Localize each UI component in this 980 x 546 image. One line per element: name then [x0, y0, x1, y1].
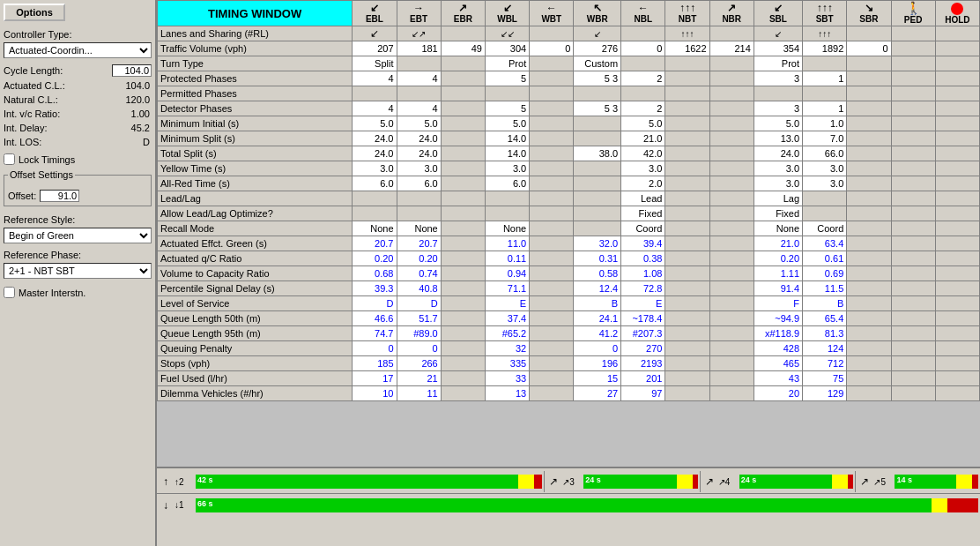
- cell-1-11: 0: [847, 41, 891, 56]
- row-label-13: Recall Mode: [158, 221, 353, 236]
- cell-18-2: [441, 296, 485, 311]
- cell-13-13: [935, 221, 979, 236]
- cell-21-8: [709, 341, 754, 356]
- cell-13-6: Coord: [621, 221, 665, 236]
- timing-table-wrapper[interactable]: TIMING WINDOW ↙EBL →EBT ↗EBR ↙WBL: [157, 0, 980, 467]
- lanes-sharing-label: Lanes and Sharing (#RL): [158, 26, 353, 41]
- cell-7-13: [935, 131, 979, 146]
- cell-9-2: [441, 161, 485, 176]
- phase-track-2: 24 s: [583, 475, 698, 489]
- cell-20-6: #207.3: [621, 326, 665, 341]
- reference-style-dropdown[interactable]: Begin of Green: [4, 228, 152, 243]
- cell-6-8: [709, 116, 754, 131]
- cell-2-1: [397, 56, 441, 71]
- cell-1-9: 354: [754, 41, 802, 56]
- natural-cl-label: Natural C.L.:: [4, 94, 58, 105]
- cycle-length-input[interactable]: [112, 64, 152, 77]
- cell-8-13: [935, 146, 979, 161]
- cell-12-11: [847, 206, 891, 221]
- cell-22-8: [709, 356, 754, 371]
- cell-18-12: [891, 296, 935, 311]
- duration-label-2: 24 s: [585, 475, 601, 484]
- lane-arrow-nbr: [709, 26, 754, 41]
- cell-21-4: [530, 341, 574, 356]
- cell-8-6: 42.0: [621, 146, 665, 161]
- col-hold: HOLD: [935, 1, 979, 26]
- cell-5-10: 1: [803, 101, 847, 116]
- offset-label: Offset:: [8, 191, 36, 201]
- cell-3-13: [935, 71, 979, 86]
- reference-phase-dropdown[interactable]: 2+1 - NBT SBT: [4, 263, 152, 279]
- cell-14-0: 20.7: [353, 236, 397, 251]
- col-wbl: ↙WBL: [485, 1, 529, 26]
- row-label-15: Actuated q/C Ratio: [158, 251, 353, 266]
- cell-9-10: 3.0: [803, 161, 847, 176]
- offset-input[interactable]: [40, 190, 79, 202]
- phase-track-1: 66 s: [196, 498, 978, 512]
- cell-9-3: 3.0: [485, 161, 529, 176]
- cell-2-5: Custom: [574, 56, 621, 71]
- duration-label-3: 24 s: [741, 475, 757, 484]
- cell-10-7: [665, 176, 709, 191]
- int-vc-label: Int. v/c Ratio:: [4, 108, 60, 119]
- cell-15-1: 0.20: [397, 251, 441, 266]
- cell-11-11: [847, 191, 891, 206]
- cell-2-0: Split: [353, 56, 397, 71]
- cell-16-13: [935, 266, 979, 281]
- row-label-1: Traffic Volume (vph): [158, 41, 353, 56]
- cell-15-0: 0.20: [353, 251, 397, 266]
- cell-9-11: [847, 161, 891, 176]
- cell-16-7: [665, 266, 709, 281]
- cell-15-4: [530, 251, 574, 266]
- cell-1-0: 207: [353, 41, 397, 56]
- phase-arrow-3: ↗: [701, 475, 718, 488]
- options-button[interactable]: Options: [4, 4, 65, 21]
- cell-11-13: [935, 191, 979, 206]
- cell-17-13: [935, 281, 979, 296]
- cell-20-0: 74.7: [353, 326, 397, 341]
- master-intersct-checkbox[interactable]: [4, 287, 15, 298]
- reference-phase-label: Reference Phase:: [4, 250, 152, 260]
- natural-cl-value: 120.0: [112, 94, 152, 105]
- cell-6-2: [441, 116, 485, 131]
- cell-23-12: [891, 371, 935, 386]
- actuated-cl-label: Actuated C.L.:: [4, 80, 65, 91]
- cell-24-0: 10: [353, 386, 397, 401]
- actuated-cl-value: 104.0: [112, 80, 152, 91]
- cell-22-3: 335: [485, 356, 529, 371]
- cell-9-12: [891, 161, 935, 176]
- col-wbt: ←WBT: [530, 1, 574, 26]
- cell-10-6: 2.0: [621, 176, 665, 191]
- cell-5-6: 2: [621, 101, 665, 116]
- cell-14-4: [530, 236, 574, 251]
- cell-8-0: 24.0: [353, 146, 397, 161]
- cell-1-10: 1892: [803, 41, 847, 56]
- cell-24-4: [530, 386, 574, 401]
- cell-6-1: 5.0: [397, 116, 441, 131]
- row-label-17: Percentile Signal Delay (s): [158, 281, 353, 296]
- cell-15-10: 0.61: [803, 251, 847, 266]
- cell-1-2: 49: [441, 41, 485, 56]
- col-ebr: ↗EBR: [441, 1, 485, 26]
- controller-type-dropdown[interactable]: Actuated-Coordin...: [4, 42, 152, 58]
- lock-timings-checkbox[interactable]: [4, 153, 15, 165]
- cell-22-6: 2193: [621, 356, 665, 371]
- duration-label-4: 14 s: [896, 475, 912, 484]
- cell-7-7: [665, 131, 709, 146]
- cell-4-8: [709, 86, 754, 101]
- cell-22-11: [847, 356, 891, 371]
- timing-bars-section: ↑↑242 s↗↗324 s↗↗424 s↗↗514 s↓↓166 s: [157, 467, 980, 546]
- offset-settings-title: Offset Settings: [8, 169, 75, 180]
- cell-14-13: [935, 236, 979, 251]
- cell-23-13: [935, 371, 979, 386]
- cell-2-12: [891, 56, 935, 71]
- cell-20-10: 81.3: [803, 326, 847, 341]
- reference-style-label: Reference Style:: [4, 214, 152, 225]
- phase-arrow-2: ↗: [545, 475, 562, 488]
- cell-19-0: 46.6: [353, 311, 397, 326]
- cell-23-11: [847, 371, 891, 386]
- cell-14-3: 11.0: [485, 236, 529, 251]
- cell-23-8: [709, 371, 754, 386]
- phase-arrow-1: ↓: [157, 499, 174, 512]
- cell-17-12: [891, 281, 935, 296]
